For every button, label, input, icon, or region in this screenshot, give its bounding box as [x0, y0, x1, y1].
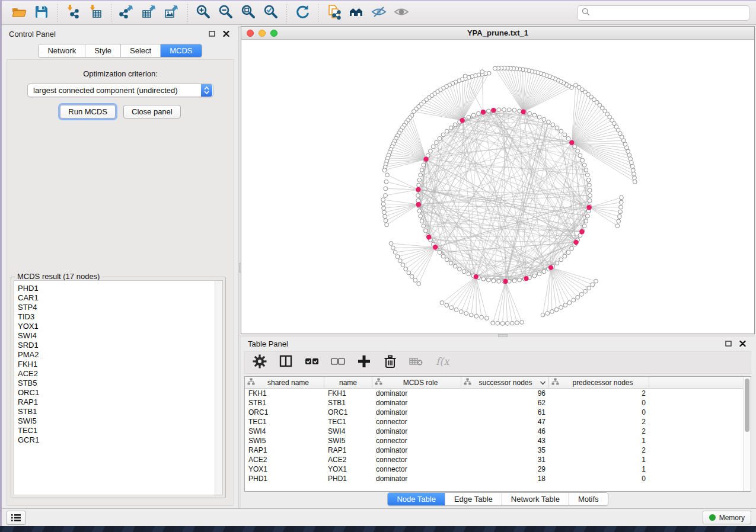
column-header-successor-nodes[interactable]: successor nodes	[461, 377, 549, 388]
mcds-hub-node[interactable]	[474, 274, 479, 279]
mcds-hub-node[interactable]	[433, 245, 438, 249]
minimize-window-icon[interactable]	[259, 30, 266, 37]
tab-edge-table[interactable]: Edge Table	[445, 493, 502, 505]
close-panel-button[interactable]: Close panel	[123, 105, 181, 118]
mcds-hub-node[interactable]	[416, 202, 421, 207]
import-network-button[interactable]	[63, 4, 83, 23]
network-canvas[interactable]	[241, 40, 754, 334]
toggle-panel-columns-button[interactable]	[277, 354, 295, 371]
search-box[interactable]	[577, 5, 750, 21]
delete-column-button[interactable]	[381, 354, 399, 371]
table-row[interactable]: ACE2ACE2connector311	[245, 455, 743, 464]
tab-select[interactable]: Select	[121, 44, 161, 57]
mcds-hub-node[interactable]	[460, 118, 465, 123]
deselect-all-rows-button[interactable]	[329, 354, 347, 371]
zoom-in-button[interactable]	[193, 4, 213, 23]
mcds-hub-node[interactable]	[521, 110, 525, 114]
tab-network[interactable]: Network	[39, 44, 85, 57]
mcds-hub-node[interactable]	[569, 140, 574, 145]
table-row[interactable]: RAP1RAP1dominator352	[245, 446, 743, 455]
mcds-hub-node[interactable]	[426, 235, 431, 239]
mcds-hub-node[interactable]	[481, 110, 486, 114]
table-row[interactable]: YOX1YOX1connector291	[245, 464, 743, 474]
select-all-rows-button[interactable]	[303, 354, 321, 371]
close-window-icon[interactable]	[247, 30, 254, 37]
table-row[interactable]: SWI5SWI5connector431	[245, 436, 743, 446]
table-scrollbar[interactable]	[743, 377, 751, 491]
tab-node-table[interactable]: Node Table	[388, 493, 445, 505]
mcds-result-item[interactable]: TID3	[18, 312, 215, 322]
network-graph[interactable]	[241, 40, 754, 334]
run-mcds-button[interactable]: Run MCDS	[60, 105, 116, 118]
table-row[interactable]: ORC1ORC1dominator610	[245, 408, 743, 417]
table-row[interactable]: SWI4SWI4dominator462	[245, 427, 743, 436]
network-frame-titlebar[interactable]: YPA_prune.txt_1	[241, 27, 754, 40]
mcds-result-item[interactable]: ACE2	[18, 369, 215, 379]
mcds-result-item[interactable]: STP4	[18, 303, 215, 312]
close-panel-icon[interactable]	[737, 339, 748, 348]
mcds-result-list[interactable]: PHD1CAR1STP4TID3YOX1SWI4SRD1PMA2FKH1ACE2…	[14, 280, 223, 495]
float-panel-icon[interactable]	[206, 29, 217, 39]
first-neighbors-button[interactable]	[346, 4, 366, 23]
criterion-select[interactable]: largest connected component (undirected)	[27, 84, 213, 97]
mcds-result-item[interactable]: ORC1	[18, 388, 215, 398]
close-panel-icon[interactable]	[221, 29, 231, 39]
mcds-result-item[interactable]: RAP1	[18, 398, 215, 407]
table-row[interactable]: PHD1PHD1dominator180	[245, 474, 743, 483]
tab-style[interactable]: Style	[85, 44, 121, 57]
table-row[interactable]: STB1STB1dominator620	[245, 398, 743, 408]
mcds-result-item[interactable]: PHD1	[18, 284, 215, 293]
export-table-button[interactable]	[139, 4, 160, 23]
mcds-result-item[interactable]: SWI5	[18, 416, 215, 426]
table-row[interactable]: TEC1TEC1connector472	[245, 417, 743, 427]
mcds-result-item[interactable]: TEC1	[18, 426, 215, 435]
mcds-hub-node[interactable]	[423, 157, 428, 162]
column-header-predecessor-nodes[interactable]: predecessor nodes	[549, 377, 649, 388]
tab-network-table[interactable]: Network Table	[502, 493, 569, 505]
tab-motifs[interactable]: Motifs	[569, 493, 608, 505]
column-header-name[interactable]: name	[324, 377, 372, 388]
tab-mcds[interactable]: MCDS	[161, 44, 201, 57]
mcds-hub-node[interactable]	[491, 108, 496, 113]
hide-selected-button[interactable]	[369, 4, 389, 23]
mcds-result-item[interactable]: FKH1	[18, 360, 215, 369]
list-scrollbar[interactable]	[215, 281, 222, 495]
maximize-window-icon[interactable]	[270, 30, 277, 37]
mcds-result-item[interactable]: STB1	[18, 407, 215, 416]
zoom-out-button[interactable]	[216, 4, 236, 23]
float-panel-icon[interactable]	[723, 339, 733, 348]
mcds-hub-node[interactable]	[416, 187, 420, 192]
mcds-result-item[interactable]: PMA2	[18, 350, 215, 360]
table-settings-button[interactable]	[251, 354, 269, 371]
mcds-result-item[interactable]: SRD1	[18, 341, 215, 350]
mcds-result-item[interactable]: GCR1	[18, 435, 215, 445]
zoom-fit-button[interactable]	[238, 4, 259, 23]
save-session-button[interactable]	[31, 4, 52, 23]
create-column-button[interactable]	[355, 354, 373, 371]
mcds-hub-node[interactable]	[503, 279, 508, 284]
mcds-result-item[interactable]: CAR1	[18, 293, 215, 303]
table-row[interactable]: FKH1FKH1dominator962	[245, 389, 743, 398]
column-header-MCDS-role[interactable]: MCDS role	[372, 377, 461, 388]
scrollbar-thumb[interactable]	[745, 379, 749, 432]
mcds-result-item[interactable]: YOX1	[18, 322, 215, 331]
mcds-hub-node[interactable]	[573, 240, 578, 245]
mcds-result-item[interactable]: SWI4	[18, 331, 215, 341]
search-input[interactable]	[593, 8, 745, 17]
show-panels-button[interactable]	[7, 511, 25, 525]
mcds-result-item[interactable]: STB5	[18, 379, 215, 388]
apply-layout-button[interactable]	[292, 4, 312, 23]
column-header-shared-name[interactable]: shared name	[245, 377, 324, 388]
new-network-from-selection-button[interactable]	[324, 4, 344, 23]
export-image-button[interactable]	[162, 4, 182, 23]
zoom-selected-button[interactable]	[261, 4, 281, 23]
mcds-hub-node[interactable]	[579, 229, 584, 234]
zoom-out-icon	[218, 4, 234, 22]
mcds-hub-node[interactable]	[586, 205, 591, 210]
import-table-button[interactable]	[85, 4, 106, 23]
mcds-hub-node[interactable]	[548, 265, 553, 270]
memory-button[interactable]: Memory	[703, 511, 751, 524]
open-file-button[interactable]	[9, 4, 29, 23]
mcds-hub-node[interactable]	[524, 276, 528, 281]
export-network-button[interactable]	[117, 4, 137, 23]
